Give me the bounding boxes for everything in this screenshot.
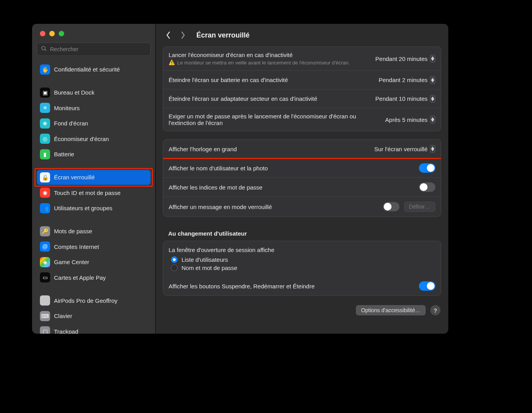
lockscreen-icon: 🔒 — [40, 172, 50, 182]
privacy-icon: 🖐 — [40, 64, 50, 75]
set-message-button[interactable]: Définir… — [404, 202, 435, 212]
screensaver-delay-popup[interactable]: Pendant 20 minutes — [376, 55, 435, 63]
content-area: Écran verrouillé Lancer l'économiseur d'… — [156, 24, 448, 334]
svg-marker-7 — [431, 120, 434, 122]
row-show-message: Afficher un message en mode verrouillé D… — [163, 197, 441, 216]
display-ac-delay-popup[interactable]: Pendant 10 minutes — [376, 95, 435, 103]
close-window-button[interactable] — [40, 31, 45, 36]
content-footer: Options d'accessibilité… ? — [163, 304, 441, 315]
row-display-ac: Éteindre l'écran sur adaptateur secteur … — [163, 89, 441, 108]
sidebar-item-lockscreen[interactable]: 🔒Écran verrouillé — [37, 170, 151, 185]
sidebar-item-label: Moniteurs — [54, 105, 80, 111]
stepper-icon — [430, 95, 435, 103]
radio-user-list[interactable]: Liste d'utilisateurs — [171, 256, 435, 263]
stepper-icon — [430, 76, 435, 84]
settings-window: 🖐Confidentialité et sécurité▣Bureau et D… — [32, 24, 448, 334]
minimize-window-button[interactable] — [49, 31, 55, 36]
sidebar-item-users[interactable]: 👥Utilisateurs et groupes — [37, 201, 151, 216]
row-screensaver: Lancer l'économiseur d'écran en cas d'in… — [163, 47, 441, 70]
gamecenter-icon: ◆ — [40, 257, 50, 267]
panel-switching: La fenêtre d'ouverture de session affich… — [163, 241, 441, 296]
sidebar-item-keyboard[interactable]: ⌨Clavier — [37, 309, 151, 324]
show-user-toggle[interactable] — [419, 163, 435, 173]
content-header: Écran verrouillé — [156, 24, 448, 46]
sidebar-item-trackpad[interactable]: ▢Trackpad — [37, 324, 151, 334]
displays-icon: ☀ — [40, 103, 50, 113]
sidebar-item-passwords[interactable]: 🔑Mots de passe — [37, 224, 151, 239]
radio-dot-icon — [171, 256, 178, 263]
show-message-toggle[interactable] — [383, 202, 399, 211]
search-field[interactable] — [37, 43, 151, 56]
sidebar-item-wallet[interactable]: ▭Cartes et Apple Pay — [37, 270, 151, 285]
radio-name-password[interactable]: Nom et mot de passe — [171, 265, 435, 271]
keyboard-icon: ⌨ — [40, 311, 50, 321]
sidebar-item-label: Comptes Internet — [54, 243, 99, 250]
panel-display: Afficher l'horloge en grand Sur l'écran … — [163, 139, 441, 217]
stepper-icon — [430, 116, 435, 123]
sidebar-item-label: Mots de passe — [54, 228, 92, 234]
ssaver-icon: ◎ — [40, 134, 50, 144]
sidebar-item-label: Écran verrouillé — [54, 174, 95, 181]
show-hint-toggle[interactable] — [419, 182, 435, 192]
sidebar-item-label: Game Center — [54, 259, 89, 265]
sidebar-item-label: Cartes et Apple Pay — [54, 274, 106, 281]
sidebar-item-label: Utilisateurs et groupes — [54, 205, 112, 211]
touchid-icon: ◉ — [40, 188, 50, 198]
sidebar-item-label: Confidentialité et sécurité — [54, 66, 120, 73]
sidebar-item-label: Bureau et Dock — [54, 89, 94, 96]
zoom-window-button[interactable] — [59, 31, 64, 36]
sidebar-item-battery[interactable]: ▮Batterie — [37, 147, 151, 162]
sidebar-list: 🖐Confidentialité et sécurité▣Bureau et D… — [32, 61, 155, 334]
warning-icon: ⚠️ — [169, 60, 175, 65]
trackpad-icon: ▢ — [40, 326, 50, 334]
sidebar-item-label: Batterie — [54, 151, 74, 157]
radio-dot-icon — [171, 265, 178, 271]
nav-back-button[interactable] — [164, 30, 172, 40]
battery-icon: ▮ — [40, 149, 50, 159]
internet-icon: @ — [40, 241, 50, 252]
help-button[interactable]: ? — [430, 305, 440, 315]
display-battery-delay-popup[interactable]: Pendant 2 minutes — [379, 76, 435, 84]
users-icon: 👥 — [40, 203, 50, 213]
content-body: Lancer l'économiseur d'écran en cas d'in… — [156, 46, 448, 334]
search-icon — [41, 46, 47, 53]
sidebar-item-airpods[interactable]: AirPods Pro de Geoffroy — [37, 293, 151, 308]
page-title: Écran verrouillé — [196, 31, 250, 39]
row-show-user: Afficher le nom d'utilisateur et la phot… — [163, 158, 441, 177]
power-buttons-toggle[interactable] — [419, 281, 435, 291]
login-window-radiogroup: La fenêtre d'ouverture de session affich… — [163, 241, 441, 277]
nav-forward-button[interactable] — [179, 30, 187, 40]
sidebar-item-desktop[interactable]: ▣Bureau et Dock — [37, 85, 151, 100]
stepper-icon — [430, 55, 435, 63]
sidebar-item-internet[interactable]: @Comptes Internet — [37, 239, 151, 254]
window-traffic-lights — [32, 24, 155, 43]
sidebar-item-wallpaper[interactable]: ❀Fond d'écran — [37, 116, 151, 131]
search-input[interactable] — [50, 46, 146, 52]
sidebar-item-gamecenter[interactable]: ◆Game Center — [37, 255, 151, 270]
sidebar-item-touchid[interactable]: ◉Touch ID et mot de passe — [37, 185, 151, 200]
row-subtitle: ⚠️ Le moniteur se mettra en veille avant… — [169, 60, 371, 66]
row-power-buttons: Afficher les boutons Suspendre, Redémarr… — [163, 277, 441, 295]
row-display-battery: Éteindre l'écran sur batterie en cas d'i… — [163, 70, 441, 89]
password-delay-popup[interactable]: Après 5 minutes — [385, 116, 435, 123]
wallpaper-icon: ❀ — [40, 118, 50, 129]
sidebar-item-privacy[interactable]: 🖐Confidentialité et sécurité — [37, 62, 151, 77]
sidebar: 🖐Confidentialité et sécurité▣Bureau et D… — [32, 24, 156, 334]
sidebar-item-displays[interactable]: ☀Moniteurs — [37, 100, 151, 115]
row-password-after: Exiger un mot de passe après le lancemen… — [163, 108, 441, 131]
user-switching-heading: Au changement d'utilisateur — [163, 225, 441, 241]
sidebar-item-label: Clavier — [54, 313, 72, 319]
sidebar-item-label: Trackpad — [54, 328, 78, 334]
sidebar-item-label: Touch ID et mot de passe — [54, 190, 120, 196]
sidebar-item-ssaver[interactable]: ◎Économiseur d'écran — [37, 131, 151, 146]
panel-inactivity: Lancer l'économiseur d'écran en cas d'in… — [163, 46, 441, 131]
sidebar-item-label: Fond d'écran — [54, 120, 88, 127]
row-show-hint: Afficher les indices de mot de passe — [163, 177, 441, 197]
sidebar-item-label: Économiseur d'écran — [54, 136, 109, 142]
svg-marker-1 — [431, 59, 434, 61]
wallet-icon: ▭ — [40, 272, 50, 282]
accessibility-options-button[interactable]: Options d'accessibilité… — [356, 305, 426, 315]
highlight-big-clock — [163, 139, 441, 159]
svg-marker-3 — [431, 80, 434, 82]
sidebar-item-label: AirPods Pro de Geoffroy — [54, 297, 117, 304]
